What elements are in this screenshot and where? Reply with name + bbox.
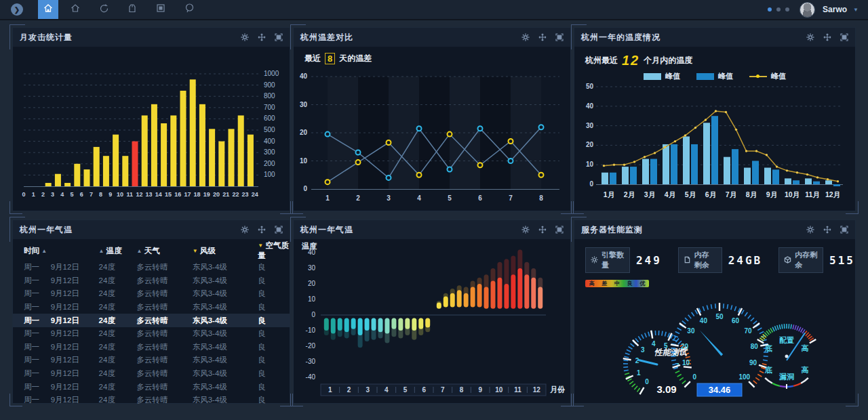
username[interactable]: Sarwo — [823, 5, 847, 14]
nav-home[interactable] — [64, 0, 87, 19]
move-icon[interactable] — [538, 33, 547, 41]
panel-header: 月攻击统计量 — [13, 28, 290, 47]
move-icon[interactable] — [823, 33, 831, 41]
fullscreen-icon[interactable] — [555, 33, 564, 41]
move-icon[interactable] — [258, 226, 266, 234]
nav-frame[interactable] — [149, 0, 172, 19]
svg-text:1: 1 — [637, 369, 641, 377]
svg-text:-20: -20 — [306, 342, 316, 350]
pagination-dot[interactable] — [776, 7, 781, 12]
gear-icon[interactable] — [241, 33, 249, 41]
panel-title: 杭州一年的温度情况 — [581, 32, 660, 43]
move-icon[interactable] — [538, 226, 547, 234]
chevron-down-icon[interactable]: ▼ — [853, 7, 859, 13]
year-temp-bar-line-chart: 010203040501月2月3月4月5月6月7月8月9月10月11月12月 — [574, 81, 852, 210]
legend-item[interactable]: 峰值 — [696, 71, 733, 81]
table-row[interactable]: 周一9月12日24度多云转晴东风3-4级良 — [13, 380, 290, 394]
column-header[interactable]: 时间 ▲ — [13, 240, 51, 261]
legend-label: 峰值 — [718, 71, 733, 81]
fullscreen-icon[interactable] — [840, 33, 848, 41]
move-icon[interactable] — [258, 33, 266, 41]
legend-item[interactable]: 峰值 — [644, 71, 680, 81]
svg-text:底: 底 — [764, 344, 773, 352]
svg-text:高: 高 — [802, 366, 809, 374]
svg-text:0: 0 — [22, 191, 25, 198]
svg-text:7: 7 — [509, 194, 513, 202]
table-row[interactable]: 周一9月12日24度多云转晴东风3-4级良 — [13, 327, 290, 341]
svg-text:100: 100 — [738, 373, 750, 381]
stat-memory-free: 内存剩余 24GB — [678, 247, 762, 273]
svg-text:80: 80 — [751, 343, 759, 350]
fullscreen-icon[interactable] — [275, 33, 283, 41]
svg-text:10: 10 — [300, 157, 308, 165]
table-row[interactable]: 周一9月12日24度多云转晴东风3-4级良 — [13, 341, 290, 354]
legend-item[interactable]: 峰值 — [749, 71, 786, 81]
column-header[interactable]: ▲ 温度 — [99, 240, 137, 261]
svg-text:高: 高 — [802, 344, 809, 352]
table-row[interactable]: 周一9月12日24度多云转晴东风3-4级良 — [13, 354, 290, 367]
table-row[interactable]: 周一9月12日24度多云转晴东风3-4级良 — [13, 261, 290, 274]
svg-text:10: 10 — [682, 359, 690, 366]
attack-bar-chart: 1002003004005006007008009001000012345678… — [13, 47, 287, 209]
file-icon — [684, 256, 691, 265]
pagination-dot-active[interactable] — [768, 7, 772, 12]
nav-wardrobe[interactable] — [121, 0, 144, 19]
nav-sync[interactable] — [92, 0, 115, 19]
table-row[interactable]: 周一9月12日24度多云转晴东风3-4级良 — [13, 301, 290, 314]
svg-text:3: 3 — [387, 194, 391, 202]
gear-icon[interactable] — [521, 33, 530, 41]
chat-balloon-icon — [184, 3, 195, 16]
svg-text:4: 4 — [60, 191, 64, 198]
svg-text:16: 16 — [174, 191, 181, 198]
svg-text:漏洞: 漏洞 — [778, 373, 794, 381]
svg-text:60: 60 — [732, 317, 740, 324]
cube-icon — [784, 256, 791, 265]
panel-body: 1002003004005006007008009001000012345678… — [13, 47, 290, 212]
fullscreen-icon[interactable] — [555, 226, 564, 234]
svg-text:-30: -30 — [306, 358, 316, 365]
fullscreen-icon[interactable] — [840, 226, 848, 234]
collapse-button[interactable]: ❯ — [11, 3, 23, 16]
server-stats-row: 引擎数量 249 内存剩余 24GB 内存剩余 515 — [574, 239, 855, 273]
gear-icon[interactable] — [806, 33, 814, 41]
stat-value: 249 — [636, 254, 662, 267]
chart-legend: 峰值 峰值 峰值 — [574, 71, 855, 81]
column-header[interactable]: ▼ 空气质量 — [243, 240, 290, 261]
svg-text:6: 6 — [478, 194, 482, 202]
gear-icon[interactable] — [806, 226, 814, 234]
table-row[interactable]: 周一9月12日24度多云转晴东风3-4级良 — [13, 367, 290, 381]
move-icon[interactable] — [823, 226, 831, 234]
svg-text:40: 40 — [300, 72, 308, 80]
gear-icon[interactable] — [521, 226, 530, 234]
table-row[interactable]: 周一9月12日24度多云转晴东风3-4级良 — [13, 394, 290, 407]
svg-text:10: 10 — [308, 295, 316, 303]
user-avatar[interactable] — [800, 2, 815, 18]
column-header[interactable] — [51, 240, 99, 261]
nav-chat[interactable] — [178, 0, 201, 19]
svg-text:21: 21 — [222, 191, 229, 198]
column-header[interactable]: ▲ 天气 — [137, 240, 193, 261]
svg-text:1: 1 — [32, 191, 35, 198]
svg-text:7月: 7月 — [726, 190, 736, 198]
stat-label: 内存剩余 — [795, 250, 818, 270]
panel-title: 杭州温差对比 — [300, 32, 353, 43]
nav-home-active[interactable] — [38, 0, 58, 19]
svg-text:20: 20 — [308, 280, 316, 287]
sync-icon — [98, 3, 109, 16]
gear-icon[interactable] — [241, 226, 249, 234]
gear-icon — [591, 256, 598, 265]
table-row[interactable]: 周一9月12日24度多云转晴东风3-4级良 — [13, 314, 290, 327]
panel-body: 引擎数量 249 内存剩余 24GB 内存剩余 515 高 差 中 良 优 — [574, 239, 855, 404]
subtitle-number: 12 — [622, 53, 639, 68]
svg-text:30: 30 — [687, 327, 695, 335]
svg-text:50: 50 — [586, 83, 594, 90]
table-row[interactable]: 周一9月12日24度多云转晴东风3-4级良 — [13, 287, 290, 301]
svg-text:14: 14 — [155, 191, 162, 198]
svg-text:18: 18 — [194, 191, 201, 198]
pagination-dot[interactable] — [785, 7, 789, 12]
fullscreen-icon[interactable] — [275, 226, 283, 234]
table-row[interactable]: 周一9月12日24度多云转晴东风3-4级良 — [13, 274, 290, 288]
column-header[interactable]: ▼ 风级 — [193, 240, 243, 261]
grade-label: 良 — [627, 280, 633, 287]
chart-subtitle: 杭州最近 12 个月内的温度 — [585, 53, 855, 68]
